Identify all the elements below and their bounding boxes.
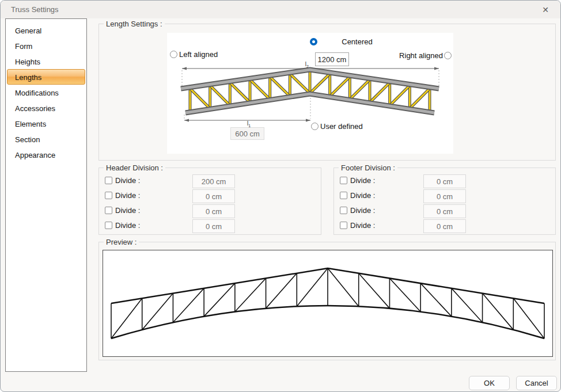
window-title: Truss Settings — [11, 1, 59, 18]
sidebar-item-heights[interactable]: Heights — [7, 54, 85, 69]
footer-divide-row: Divide : — [340, 204, 553, 216]
sidebar-item-lengths[interactable]: Lengths — [7, 69, 85, 85]
titlebar: Truss Settings ✕ — [1, 1, 560, 18]
sidebar-item-elements[interactable]: Elements — [7, 116, 85, 131]
radio-right-aligned-label[interactable]: Right aligned — [380, 51, 444, 60]
footer-division-title: Footer Division : — [339, 163, 397, 172]
divide-checkbox[interactable] — [105, 222, 112, 229]
divide-value-input[interactable] — [192, 189, 235, 203]
divide-label: Divide : — [350, 191, 375, 200]
radio-centered-label[interactable]: Centered — [321, 37, 393, 47]
dim-l2-label: l2 — [300, 61, 309, 68]
radio-left-aligned-label[interactable]: Left aligned — [178, 50, 232, 59]
ok-button[interactable]: OK — [469, 376, 510, 390]
divide-checkbox[interactable] — [105, 192, 112, 199]
divide-label: Divide : — [350, 206, 375, 215]
footer-division-group: Footer Division : Divide : Divide : Divi… — [333, 168, 556, 235]
radio-centered[interactable] — [310, 38, 317, 45]
footer-divide-row: Divide : — [340, 219, 553, 231]
sidebar: GeneralFormHeightsLengthsModificationsAc… — [5, 18, 87, 372]
l1-length-input[interactable] — [230, 127, 264, 140]
divide-label: Divide : — [350, 176, 375, 185]
length-settings-title: Length Settings : — [104, 20, 165, 28]
divide-value-input[interactable] — [423, 204, 466, 218]
divide-label: Divide : — [115, 221, 140, 230]
radio-user-defined[interactable] — [311, 123, 319, 130]
cancel-button[interactable]: Cancel — [516, 376, 557, 390]
preview-title: Preview : — [104, 238, 139, 246]
divide-value-input[interactable] — [192, 219, 235, 233]
divide-checkbox[interactable] — [340, 222, 347, 229]
divide-checkbox[interactable] — [340, 192, 347, 199]
length-settings-group: Length Settings : Centered Left aligned … — [98, 24, 556, 161]
radio-user-defined-label[interactable]: User defined — [319, 121, 372, 131]
divide-checkbox[interactable] — [105, 207, 112, 214]
preview-group: Preview : — [98, 242, 556, 360]
divide-checkbox[interactable] — [105, 177, 112, 184]
header-divide-row: Divide : — [105, 189, 318, 201]
divide-value-input[interactable] — [423, 174, 466, 188]
footer-divide-row: Divide : — [340, 189, 553, 201]
divide-checkbox[interactable] — [340, 177, 347, 184]
sidebar-item-form[interactable]: Form — [7, 38, 85, 54]
sidebar-item-section[interactable]: Section — [7, 131, 85, 147]
divide-label: Divide : — [350, 221, 375, 230]
truss-preview — [103, 250, 553, 357]
sidebar-item-general[interactable]: General — [7, 22, 85, 38]
header-division-title: Header Division : — [104, 163, 165, 172]
header-division-group: Header Division : Divide : Divide : Divi… — [98, 168, 321, 235]
divide-checkbox[interactable] — [340, 207, 347, 214]
divide-label: Divide : — [115, 206, 140, 215]
divide-value-input[interactable] — [423, 219, 466, 233]
header-divide-row: Divide : — [105, 204, 318, 216]
l2-length-input[interactable] — [315, 52, 349, 66]
close-icon[interactable]: ✕ — [536, 3, 555, 17]
truss-settings-dialog: Truss Settings ✕ GeneralFormHeightsLengt… — [0, 0, 561, 392]
footer-divide-row: Divide : — [340, 174, 553, 186]
sidebar-item-appearance[interactable]: Appearance — [7, 147, 85, 162]
divide-value-input[interactable] — [423, 189, 466, 203]
radio-right-aligned[interactable] — [444, 52, 452, 59]
header-divide-row: Divide : — [105, 174, 318, 186]
divide-value-input[interactable] — [192, 204, 235, 218]
sidebar-item-accessories[interactable]: Accessories — [7, 100, 85, 116]
truss-illustration: Centered Left aligned Right aligned l2 l… — [167, 33, 453, 154]
divide-label: Divide : — [115, 176, 140, 185]
divide-value-input[interactable] — [192, 174, 235, 188]
truss-preview-drawing — [103, 250, 552, 356]
divide-label: Divide : — [115, 191, 140, 200]
radio-left-aligned[interactable] — [170, 51, 177, 58]
header-divide-row: Divide : — [105, 219, 318, 231]
sidebar-item-modifications[interactable]: Modifications — [7, 85, 85, 100]
